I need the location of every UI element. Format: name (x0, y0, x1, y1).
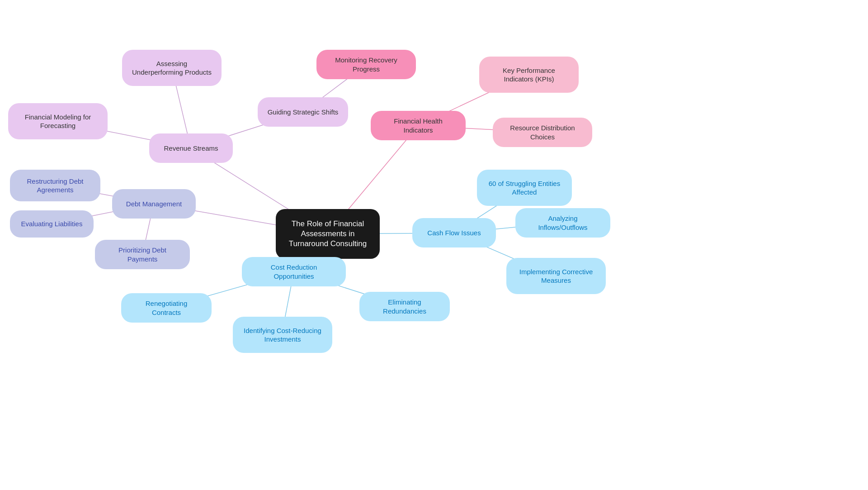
analyzing-inflows-label: Analyzing Inflows/Outflows (524, 214, 601, 232)
debt-management-label: Debt Management (126, 200, 182, 209)
eliminating-redundancies-node: Eliminating Redundancies (359, 292, 450, 321)
cash-flow-issues-node: Cash Flow Issues (412, 218, 496, 247)
assessing-underperforming-label: Assessing Underperforming Products (131, 59, 212, 77)
identifying-cost-node: Identifying Cost-Reducing Investments (233, 317, 332, 353)
financial-health-node: Financial Health Indicators (371, 111, 466, 140)
renegotiating-contracts-label: Renegotiating Contracts (130, 299, 203, 317)
evaluating-liabilities-node: Evaluating Liabilities (10, 210, 94, 238)
financial-modeling-label: Financial Modeling for Forecasting (17, 113, 99, 130)
struggling-entities-label: 60 of Struggling Entities Affected (486, 179, 563, 197)
cost-reduction-label: Cost Reduction Opportunities (251, 263, 337, 281)
identifying-cost-label: Identifying Cost-Reducing Investments (242, 326, 323, 344)
cost-reduction-node: Cost Reduction Opportunities (242, 257, 346, 286)
financial-modeling-node: Financial Modeling for Forecasting (8, 103, 108, 139)
restructuring-debt-node: Restructuring Debt Agreements (10, 170, 100, 201)
implementing-corrective-label: Implementing Corrective Measures (515, 267, 597, 285)
center-node: The Role of Financial Assessments in Tur… (276, 209, 380, 259)
kpi-node: Key Performance Indicators (KPIs) (479, 57, 579, 93)
implementing-corrective-node: Implementing Corrective Measures (506, 258, 606, 294)
cash-flow-issues-label: Cash Flow Issues (427, 228, 481, 238)
kpi-label: Key Performance Indicators (KPIs) (488, 66, 570, 84)
prioritizing-debt-label: Prioritizing Debt Payments (104, 246, 181, 263)
assessing-underperforming-node: Assessing Underperforming Products (122, 50, 222, 86)
financial-health-label: Financial Health Indicators (380, 117, 457, 134)
monitoring-recovery-node: Monitoring Recovery Progress (316, 50, 416, 79)
renegotiating-contracts-node: Renegotiating Contracts (121, 293, 212, 323)
prioritizing-debt-node: Prioritizing Debt Payments (95, 240, 190, 269)
eliminating-redundancies-label: Eliminating Redundancies (368, 298, 441, 315)
guiding-strategic-label: Guiding Strategic Shifts (268, 108, 339, 117)
debt-management-node: Debt Management (112, 189, 196, 219)
resource-distribution-node: Resource Distribution Choices (493, 118, 592, 147)
center-label: The Role of Financial Assessments in Tur… (285, 219, 371, 249)
evaluating-liabilities-label: Evaluating Liabilities (21, 219, 83, 228)
struggling-entities-node: 60 of Struggling Entities Affected (477, 170, 572, 206)
restructuring-debt-label: Restructuring Debt Agreements (19, 177, 91, 195)
revenue-streams-label: Revenue Streams (164, 144, 218, 153)
monitoring-recovery-label: Monitoring Recovery Progress (326, 56, 407, 73)
guiding-strategic-node: Guiding Strategic Shifts (258, 97, 348, 127)
analyzing-inflows-node: Analyzing Inflows/Outflows (515, 208, 610, 238)
revenue-streams-node: Revenue Streams (149, 133, 233, 163)
resource-distribution-label: Resource Distribution Choices (502, 124, 583, 141)
